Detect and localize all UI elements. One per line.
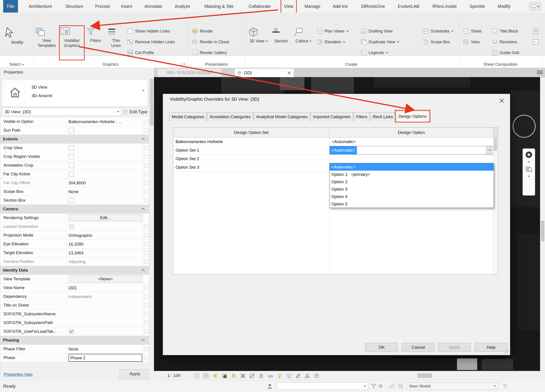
properties-scrollbar[interactable] — [149, 68, 154, 380]
property-row[interactable]: Section Box — [0, 196, 149, 205]
constraints-icon[interactable] — [304, 373, 311, 379]
steering-wheel-ring-icon[interactable] — [513, 115, 536, 138]
thin-lines-button[interactable]: Thin Lines — [107, 26, 125, 48]
menu-evolvelab[interactable]: EvolveLAB — [396, 0, 421, 12]
callout-button[interactable]: Callout — [293, 26, 314, 43]
lock-3d-view-icon[interactable] — [258, 373, 265, 379]
temporary-hide-isolate-icon[interactable] — [267, 373, 274, 379]
association-button[interactable] — [144, 146, 149, 150]
canvas-horizontal-scrollbar-thumb[interactable] — [417, 373, 432, 378]
annotation-crop-checkbox[interactable] — [69, 163, 74, 168]
association-button[interactable] — [144, 329, 149, 334]
workspace-switch-icon[interactable] — [529, 2, 541, 11]
property-row[interactable]: Camera Position Adjusting — [0, 257, 149, 266]
view-placement-button[interactable]: View — [463, 38, 480, 46]
property-row[interactable]: Dependency Independent — [0, 292, 149, 301]
tab-design-options[interactable]: Design Options — [396, 111, 429, 121]
view-templates-button[interactable]: View Templates — [36, 26, 58, 48]
menu-collaborate[interactable]: Collaborate — [246, 0, 273, 12]
menu-insert[interactable]: Insert — [119, 0, 135, 12]
close-tab-icon[interactable] — [287, 71, 291, 75]
section-header-identity-data[interactable]: Identity Data — [0, 266, 149, 275]
selection-filter-icon[interactable] — [371, 383, 377, 389]
elevation-button[interactable]: Elevation — [316, 38, 345, 46]
cut-profile-button[interactable]: Cut Profile — [127, 48, 154, 57]
crop-region-visible-checkbox[interactable] — [69, 154, 74, 159]
association-button[interactable] — [144, 172, 149, 176]
dialog-resize-grip[interactable] — [504, 349, 509, 354]
dialog-close-icon[interactable] — [496, 96, 507, 105]
property-row[interactable]: Crop Region Visible — [0, 152, 149, 161]
properties-apply-button[interactable]: Apply — [120, 369, 150, 379]
tab-annotation-categories[interactable]: Annotation Categories — [207, 112, 253, 121]
sheet-tools-icon[interactable] — [533, 27, 539, 36]
association-button[interactable] — [144, 120, 149, 124]
sofistik-use-for-load-checkbox[interactable] — [69, 329, 74, 334]
property-row[interactable]: Target Elevation 13,3464 — [0, 248, 149, 257]
menu-view[interactable]: View — [282, 0, 296, 12]
association-button[interactable] — [144, 224, 149, 229]
design-option-set-cell[interactable]: Option Set 3 — [173, 163, 329, 172]
tab-list-icon[interactable] — [537, 70, 543, 75]
scope-box-button[interactable]: Scope Box — [422, 38, 450, 46]
sheet-button[interactable]: Sheet — [463, 27, 482, 36]
property-row[interactable]: Title on Sheet — [0, 301, 149, 310]
filters-button[interactable]: Filters — [86, 26, 105, 43]
property-row[interactable]: Scope Box None — [0, 187, 149, 196]
navigation-bar[interactable] — [523, 148, 535, 196]
combobox-dropdown-icon[interactable] — [486, 146, 493, 154]
property-row[interactable]: Visible In Option Balkonvarianten Hofsei… — [0, 117, 149, 126]
design-option-selector[interactable]: Main Model — [407, 382, 498, 390]
association-button[interactable] — [144, 198, 149, 203]
property-row[interactable]: View Template <None> — [0, 275, 149, 283]
displacement-sets-icon[interactable] — [313, 373, 320, 379]
association-button[interactable] — [144, 321, 149, 325]
section-header-extents[interactable]: Extents — [0, 135, 149, 144]
association-button[interactable] — [144, 251, 149, 255]
design-option-cell[interactable]: <Automatic> — [329, 138, 493, 146]
section-header-phasing[interactable]: Phasing — [0, 336, 149, 345]
table-row[interactable]: Option Set 2 — [173, 155, 493, 163]
visibility-graphics-button[interactable]: Visibility/ Graphics — [60, 26, 83, 59]
schedules-button[interactable]: Schedules — [422, 27, 453, 36]
drafting-view-button[interactable]: Drafting View — [360, 27, 393, 36]
properties-scrollbar-thumb[interactable] — [150, 78, 153, 126]
press-drag-filter-icon[interactable] — [502, 383, 508, 389]
dropdown-item[interactable]: Option 2 — [330, 178, 494, 186]
association-button[interactable] — [144, 286, 149, 290]
crop-view-icon[interactable] — [240, 373, 246, 379]
menu-manage[interactable]: Manage — [302, 0, 322, 12]
property-row[interactable]: Phase Filter None — [0, 345, 149, 353]
legends-button[interactable]: Legends — [360, 48, 388, 57]
association-button[interactable] — [144, 259, 149, 264]
sun-path-checkbox[interactable] — [69, 128, 74, 133]
sun-path-icon[interactable] — [212, 373, 219, 379]
edit-type-button[interactable]: Edit Type — [123, 108, 152, 116]
table-row[interactable]: Balkonvarianten Hofseite <Automatic> — [173, 138, 493, 146]
property-row[interactable]: Projection Mode Orthographic — [0, 231, 149, 240]
help-button[interactable]: Help — [475, 343, 508, 352]
revisions-button[interactable]: Revisions — [492, 38, 517, 46]
menu-add-ins[interactable]: Add-Ins — [330, 0, 350, 12]
collapse-chevron-icon[interactable] — [141, 208, 145, 211]
far-clip-active-checkbox[interactable] — [69, 172, 74, 177]
rendering-settings-edit-button[interactable]: Edit... — [69, 214, 142, 221]
property-row[interactable]: SOFiSTiK_SubsystemPath — [0, 319, 149, 327]
property-row[interactable]: Eye Elevation 16,3280 — [0, 240, 149, 248]
menu-speckle[interactable]: Speckle — [467, 0, 487, 12]
section-header-camera[interactable]: Camera — [0, 205, 149, 213]
association-button[interactable] — [144, 155, 149, 159]
collapse-chevron-icon[interactable] — [141, 138, 145, 141]
property-row[interactable]: Crop View — [0, 144, 149, 152]
3d-view-button[interactable]: 3D View — [248, 26, 269, 43]
property-row[interactable]: Far Clip Offset 304,8000 — [0, 179, 149, 187]
phase-value-field[interactable]: Phase 2 — [68, 354, 142, 362]
detail-level-icon[interactable] — [193, 373, 200, 379]
association-button[interactable] — [144, 181, 149, 185]
design-option-set-cell[interactable]: Balkonvarianten Hofseite — [173, 138, 329, 146]
workset-selector[interactable] — [277, 382, 368, 390]
view-selector-combobox[interactable]: 3D View: {3D} — [2, 108, 121, 116]
menu-modify[interactable]: Modify — [495, 0, 513, 12]
dropdown-item[interactable]: Option 4 — [330, 193, 494, 200]
design-option-combobox[interactable]: <Automatic> — [329, 146, 493, 155]
